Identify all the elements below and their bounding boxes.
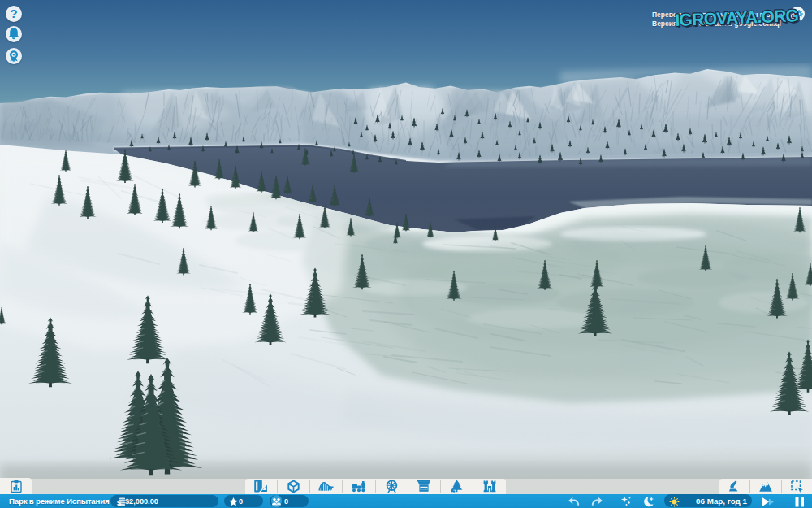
svg-text:$: $ <box>117 499 121 507</box>
